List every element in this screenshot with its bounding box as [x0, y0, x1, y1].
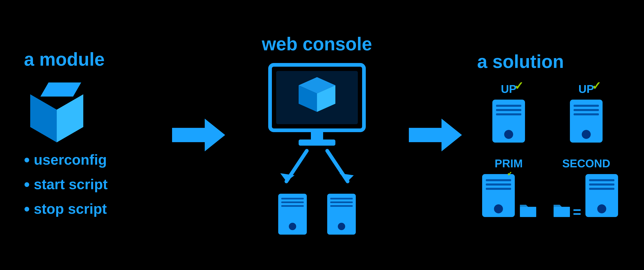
svg-text:✓: ✓: [507, 172, 514, 178]
arrow-console-to-solution: [409, 119, 462, 151]
svg-rect-19: [330, 205, 353, 207]
svg-point-30: [582, 130, 591, 139]
solution-title: a solution: [477, 51, 564, 72]
list-item: userconfig: [24, 148, 108, 172]
target-servers: [276, 192, 358, 237]
svg-rect-13: [281, 201, 304, 203]
cube-left-face: [30, 94, 57, 142]
server-second-icon: [584, 172, 620, 219]
svg-rect-5: [311, 130, 323, 141]
svg-rect-29: [574, 113, 599, 115]
svg-rect-28: [574, 109, 599, 111]
equals-icon: =: [573, 205, 581, 219]
svg-rect-42: [589, 188, 614, 190]
module-section: a module userconfig start script stop sc…: [24, 49, 157, 221]
monitor-icon: [266, 63, 368, 149]
arrow-head-2: [442, 119, 462, 151]
svg-point-35: [494, 204, 503, 213]
svg-rect-40: [589, 179, 614, 181]
server-up-2-icon: [568, 98, 604, 145]
folder-second-left-icon: [552, 201, 571, 219]
solution-servers-grid: UP ✓ UP ✓: [477, 82, 620, 219]
deploy-arrows-icon: [266, 149, 368, 190]
up-label-1: UP ✓: [501, 82, 516, 95]
svg-rect-6: [299, 140, 335, 146]
svg-marker-10: [340, 173, 354, 181]
svg-point-20: [338, 223, 345, 230]
svg-rect-22: [496, 105, 521, 107]
right-arrow-icon-2: [409, 119, 462, 151]
arrow-module-to-console: [172, 119, 225, 151]
svg-rect-14: [281, 205, 304, 207]
svg-rect-18: [330, 201, 353, 203]
console-section: web console: [240, 34, 394, 237]
svg-rect-12: [281, 198, 304, 199]
solution-server-prim: PRIM ✓: [477, 157, 540, 219]
list-item: start script: [24, 172, 108, 197]
arrow-body-2: [409, 128, 442, 142]
solution-section: a solution UP ✓ UP: [477, 51, 620, 219]
svg-rect-33: [486, 184, 511, 186]
svg-rect-32: [486, 179, 511, 181]
svg-rect-37: [520, 207, 536, 217]
up-label-2: UP ✓: [578, 82, 594, 95]
checkmark-2: ✓: [592, 79, 601, 92]
right-arrow-icon: [172, 119, 225, 151]
svg-rect-24: [496, 113, 521, 115]
solution-server-up-1: UP ✓: [477, 82, 540, 145]
svg-rect-38: [554, 207, 570, 217]
svg-point-43: [597, 204, 606, 213]
svg-rect-17: [330, 198, 353, 199]
server-up-1-icon: [490, 98, 527, 145]
svg-rect-27: [574, 105, 599, 107]
svg-rect-23: [496, 109, 521, 111]
arrow-head: [205, 119, 225, 151]
svg-rect-34: [486, 188, 511, 190]
module-title: a module: [24, 49, 105, 70]
folder-prim-icon: [519, 201, 537, 219]
second-label: SECOND: [562, 157, 610, 170]
module-cube-icon: [30, 80, 83, 129]
cube-right-face: [57, 94, 83, 142]
solution-server-up-2: UP ✓: [552, 82, 620, 145]
solution-server-second: SECOND =: [552, 157, 620, 219]
main-layout: a module userconfig start script stop sc…: [0, 0, 644, 270]
list-item: stop script: [24, 197, 108, 221]
prim-label: PRIM: [494, 157, 523, 170]
svg-point-15: [289, 223, 296, 230]
cube-top-face: [40, 82, 81, 96]
server-icon-right: [325, 192, 358, 237]
server-prim-icon: ✓: [480, 172, 517, 219]
svg-rect-41: [589, 184, 614, 186]
svg-point-25: [504, 130, 513, 139]
arrow-body: [172, 128, 205, 142]
console-title: web console: [262, 34, 372, 55]
module-features-list: userconfig start script stop script: [24, 148, 108, 221]
server-icon-left: [276, 192, 309, 237]
checkmark-1: ✓: [514, 79, 524, 92]
